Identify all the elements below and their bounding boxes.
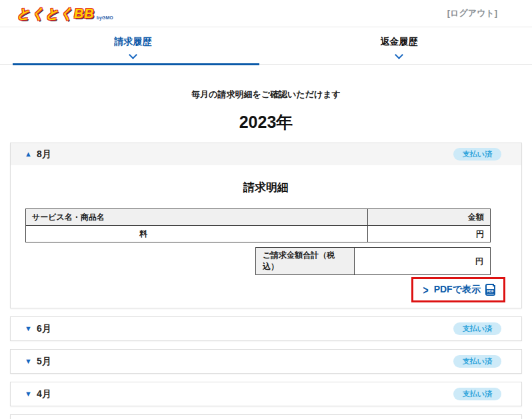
year-heading: 2023年: [0, 111, 532, 133]
header: とくとくBB byGMO [ログアウト]: [0, 0, 532, 27]
total-amount-cell: 円: [355, 248, 491, 275]
pdf-view-link[interactable]: > PDFで表示 PDF: [423, 284, 495, 296]
month-label: 4月: [37, 388, 51, 400]
pdf-icon-label: PDF: [487, 289, 494, 294]
triangle-up-icon: ▲: [25, 151, 37, 158]
tab-bar: 請求履歴 返金履歴: [0, 27, 532, 65]
column-header-service-name: サービス名・商品名: [26, 209, 368, 226]
triangle-down-icon: ▼: [25, 390, 37, 398]
tab-billing-history-label: 請求履歴: [115, 37, 152, 46]
chevron-down-icon: [395, 51, 403, 59]
brand-logo[interactable]: とくとくBB byGMO: [17, 7, 113, 20]
month-label: 5月: [37, 356, 51, 368]
logout-link[interactable]: [ログアウト]: [447, 7, 497, 19]
billing-detail-section: 請求明細 サービス名・商品名 金額 料 円 ご請求金額合計（税込） 円: [11, 180, 521, 308]
tab-refund-history[interactable]: 返金履歴: [266, 27, 532, 64]
tab-billing-history[interactable]: 請求履歴: [0, 27, 266, 64]
intro-text: 毎月の請求明細をご確認いただけます: [0, 89, 532, 101]
month-accordion-header[interactable]: ▼ 6月 支払い済: [11, 317, 521, 340]
amount-cell: 円: [368, 226, 491, 242]
billing-detail-table: サービス名・商品名 金額 料 円: [25, 209, 491, 242]
month-accordion-header[interactable]: ▲ 8月 支払い済: [11, 143, 521, 165]
triangle-down-icon: ▼: [25, 325, 37, 332]
chevron-down-icon: [129, 51, 137, 59]
detail-title: 請求明細: [25, 180, 507, 195]
pdf-link-label: PDFで表示: [434, 284, 481, 296]
month-accordion-header[interactable]: ▼ 5月 支払い済: [11, 350, 521, 373]
months-list: ▲ 8月 支払い済 請求明細 サービス名・商品名 金額 料 円: [10, 143, 522, 419]
triangle-down-icon: ▼: [25, 358, 37, 365]
table-header-row: サービス名・商品名 金額: [26, 209, 491, 226]
brand-logo-text: とくとくBB: [17, 7, 95, 20]
month-accordion-header[interactable]: ▼ 3月 支払い済: [11, 415, 521, 419]
month-label: 8月: [37, 149, 51, 161]
paid-status-badge: 支払い済: [453, 388, 501, 400]
total-label-cell: ご請求金額合計（税込）: [256, 248, 355, 275]
paid-status-badge: 支払い済: [453, 355, 501, 368]
service-name-cell: 料: [26, 226, 368, 242]
paid-status-badge: 支払い済: [453, 148, 501, 161]
month-label: 6月: [37, 323, 51, 335]
brand-logo-subtext: byGMO: [97, 15, 113, 20]
month-panel-june: ▼ 6月 支払い済: [10, 316, 522, 341]
column-header-amount: 金額: [368, 209, 491, 226]
month-panel-august: ▲ 8月 支払い済 請求明細 サービス名・商品名 金額 料 円: [10, 143, 522, 308]
paid-status-badge: 支払い済: [453, 322, 501, 335]
month-panel-may: ▼ 5月 支払い済: [10, 349, 522, 374]
total-row: ご請求金額合計（税込） 円: [256, 248, 491, 275]
pdf-link-row: > PDFで表示 PDF: [25, 277, 505, 302]
billing-total-table: ご請求金額合計（税込） 円: [255, 247, 491, 275]
tab-refund-history-label: 返金履歴: [381, 37, 418, 46]
month-accordion-header[interactable]: ▼ 4月 支払い済: [11, 382, 521, 406]
highlight-box: > PDFで表示 PDF: [411, 277, 505, 302]
month-panel-march: ▼ 3月 支払い済: [10, 414, 522, 419]
table-row: 料 円: [26, 226, 491, 242]
billing-history-page: とくとくBB byGMO [ログアウト] 請求履歴 返金履歴 毎月の請求明細をご…: [0, 0, 532, 419]
pdf-file-icon: PDF: [485, 284, 495, 296]
chevron-right-icon: >: [423, 283, 428, 297]
month-panel-april: ▼ 4月 支払い済: [10, 382, 522, 406]
page-fold: [493, 284, 495, 286]
